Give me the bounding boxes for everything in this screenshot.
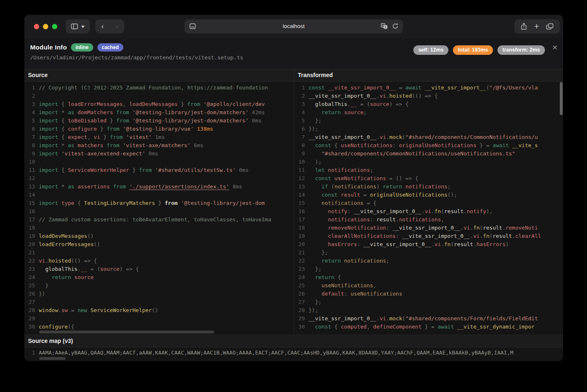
code-line: 9import 'vitest-axe/extend-expect' 0ms: [24, 150, 294, 158]
line-number: 5: [24, 117, 35, 125]
source-code[interactable]: 1// Copyright (C) 2012-2025 Zammad Found…: [24, 82, 294, 331]
code-token: vi: [380, 315, 386, 322]
code-token: return: [309, 258, 341, 264]
line-content: __vite_ssr_import_0__.vi.mock("#shared/c…: [309, 133, 538, 141]
code-token: 'vitest-axe/matchers': [120, 142, 191, 148]
transformed-vertical-scrollbar[interactable]: [560, 82, 563, 115]
line-content: import { loadErrorMessages, loadDevMessa…: [39, 100, 265, 108]
code-line: 14: [24, 191, 294, 199]
code-token: *: [58, 183, 68, 190]
address-bar[interactable]: localhost A 文: [184, 19, 403, 33]
badge-cached: cached: [97, 43, 123, 52]
code-token: computed: [341, 324, 367, 330]
code-token: :: [344, 291, 351, 297]
code-token: toBeDisabled: [68, 117, 106, 124]
code-token: removeNoti: [505, 225, 537, 231]
line-number: 1: [24, 84, 35, 92]
minimize-window-button[interactable]: [43, 24, 48, 29]
line-number: 22: [24, 257, 35, 265]
line-content: });: [309, 125, 318, 133]
line-content: return {: [309, 273, 341, 282]
line-number: 18: [24, 224, 35, 232]
code-token: .: [512, 233, 515, 239]
translate-icon[interactable]: A 文: [381, 23, 388, 29]
line-content: let notifications;: [309, 166, 373, 174]
code-token: // Zammad custom assertions: toBeAvatarE…: [39, 216, 271, 223]
source-horizontal-scrollbar[interactable]: [39, 331, 214, 333]
line-content: removeNotification: __vite_ssr_import_0_…: [309, 224, 538, 232]
code-token: import: [39, 101, 58, 107]
line-number: 16: [294, 207, 305, 216]
code-token: from: [139, 167, 152, 173]
line-number: 13: [24, 183, 35, 191]
module-link[interactable]: './support/assertions/index.ts': [129, 183, 229, 190]
code-token: }: [100, 134, 110, 140]
code-token: useNotifications: [351, 291, 402, 297]
share-icon[interactable]: [521, 23, 527, 30]
code-token: ;: [386, 258, 389, 264]
code-token: notify: [309, 208, 347, 214]
forward-icon[interactable]: ›: [110, 19, 124, 33]
close-icon[interactable]: ✕: [552, 44, 558, 52]
code-line: 16: [24, 207, 294, 216]
line-content: });: [309, 306, 318, 315]
code-token: {: [331, 142, 341, 148]
code-line: 10: [24, 158, 294, 166]
sidebar-toggle-button[interactable]: ▼: [66, 19, 90, 33]
code-line: 25 useNotifications,: [294, 282, 563, 290]
line-number: 28: [24, 306, 35, 315]
url-text[interactable]: localhost: [184, 19, 403, 33]
code-token: .: [470, 233, 473, 239]
code-token: ServiceWorkerHelper: [68, 167, 129, 173]
code-token: :: [347, 208, 354, 214]
code-line: 12 const useNotifications = () => {: [294, 174, 563, 183]
code-token: notifications: [402, 183, 448, 190]
code-line: 16 notify: __vite_ssr_import_0__.vi.fn(r…: [294, 207, 563, 216]
code-token: result: [337, 192, 360, 198]
close-window-button[interactable]: [34, 24, 39, 29]
line-number: 22: [294, 257, 305, 265]
line-content: window.sw = new ServiceWorkerHelper(): [39, 306, 158, 315]
code-token: .: [347, 101, 351, 107]
code-token: return: [39, 274, 71, 280]
code-token: type: [58, 200, 74, 206]
code-token: .: [464, 208, 467, 214]
line-number: 21: [294, 249, 305, 257]
back-icon[interactable]: ‹: [95, 19, 110, 33]
transformed-code[interactable]: 1const __vite_ssr_import_0__ = await __v…: [294, 82, 563, 331]
code-line: 13 if (notifications) return notificatio…: [294, 183, 563, 191]
code-line: 6});: [294, 125, 563, 133]
line-content: loadDevMessages(): [39, 232, 94, 240]
line-number: 20: [24, 240, 35, 249]
zoom-window-button[interactable]: [52, 24, 57, 29]
line-number: 21: [24, 249, 35, 257]
line-number: 8: [24, 141, 35, 150]
source-panel-title: Source: [24, 69, 294, 82]
line-content: __vite_ssr_import_0__.vi.mock("#shared/c…: [309, 315, 538, 323]
code-token: fn: [473, 225, 480, 231]
sourcemap-horizontal-scrollbar[interactable]: [39, 357, 66, 360]
code-token: .: [58, 307, 61, 313]
code-line: 30 const { computed, defineComponent } =…: [294, 323, 563, 331]
tabs-icon[interactable]: [546, 23, 554, 30]
code-token: :: [393, 142, 399, 148]
code-token: from: [187, 101, 200, 107]
line-content: import { expect, vi } from 'vitest' 1ms: [39, 133, 165, 141]
module-info-header: Module Info inline cached /Users/vladimi…: [24, 38, 563, 69]
new-tab-icon[interactable]: +: [534, 22, 539, 31]
code-token: result: [444, 208, 464, 214]
code-token: vi: [94, 134, 100, 140]
code-token: ;: [370, 167, 373, 173]
code-token: 8ms: [229, 183, 242, 190]
code-token: source: [100, 266, 120, 272]
code-token: __vite_ssr_import_0__: [354, 208, 422, 214]
line-number: 19: [24, 232, 35, 240]
line-content: const __vite_ssr_import_0__ = await __vi…: [309, 84, 538, 92]
line-content: const { useNotifications: originalUseNot…: [309, 141, 538, 150]
line-content: };: [309, 298, 321, 306]
browser-toolbar: ▼ ‹ › localhost A 文: [24, 15, 563, 38]
reload-icon[interactable]: [392, 23, 398, 29]
code-token: {: [335, 274, 341, 280]
code-line: 13import * as assertions from './support…: [24, 183, 294, 191]
code-token: ): [505, 241, 509, 247]
